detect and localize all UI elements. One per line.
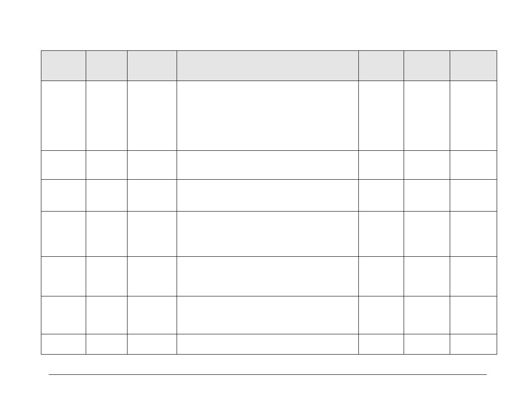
table-header-cell (128, 51, 177, 81)
table-cell (404, 151, 450, 180)
table-cell (359, 257, 404, 296)
table-cell (450, 180, 497, 212)
table-cell (128, 296, 177, 334)
table-cell (404, 334, 450, 355)
table-row (41, 257, 497, 296)
table-cell (128, 334, 177, 355)
table-cell (41, 180, 86, 212)
table-cell (404, 81, 450, 151)
table-cell (450, 257, 497, 296)
table-cell (359, 212, 404, 257)
table-cell (404, 296, 450, 334)
table-cell (86, 212, 128, 257)
table-cell (359, 296, 404, 334)
table-header-cell (86, 51, 128, 81)
table-row (41, 212, 497, 257)
table-cell (177, 81, 359, 151)
table-cell (450, 212, 497, 257)
table-header-row (41, 51, 497, 81)
data-table (41, 50, 497, 355)
table-row (41, 151, 497, 180)
table-cell (41, 151, 86, 180)
table-cell (450, 151, 497, 180)
table-cell (450, 296, 497, 334)
table-cell (359, 334, 404, 355)
table-row (41, 334, 497, 355)
table-cell (41, 257, 86, 296)
table-cell (177, 334, 359, 355)
table-cell (128, 212, 177, 257)
table-cell (177, 212, 359, 257)
table-header-cell (41, 51, 86, 81)
horizontal-rule (49, 374, 487, 375)
table-header-cell (450, 51, 497, 81)
document-page (0, 0, 532, 411)
table-cell (86, 180, 128, 212)
table-cell (450, 334, 497, 355)
table-cell (404, 257, 450, 296)
table-cell (177, 180, 359, 212)
table-cell (177, 257, 359, 296)
table-cell (86, 257, 128, 296)
table-cell (41, 334, 86, 355)
table-cell (359, 81, 404, 151)
table-cell (41, 296, 86, 334)
table-cell (86, 151, 128, 180)
table-cell (128, 151, 177, 180)
table-row (41, 81, 497, 151)
table-header-cell (404, 51, 450, 81)
table-cell (128, 180, 177, 212)
table-header-cell (177, 51, 359, 81)
table-cell (86, 81, 128, 151)
table-cell (128, 257, 177, 296)
table-cell (177, 296, 359, 334)
table-header-cell (359, 51, 404, 81)
table-cell (128, 81, 177, 151)
table-cell (450, 81, 497, 151)
table-cell (359, 180, 404, 212)
table-cell (177, 151, 359, 180)
table-row (41, 180, 497, 212)
table-cell (41, 212, 86, 257)
table-cell (359, 151, 404, 180)
table-cell (86, 334, 128, 355)
table-cell (86, 296, 128, 334)
table-cell (404, 212, 450, 257)
table-cell (404, 180, 450, 212)
table-row (41, 296, 497, 334)
table-cell (41, 81, 86, 151)
